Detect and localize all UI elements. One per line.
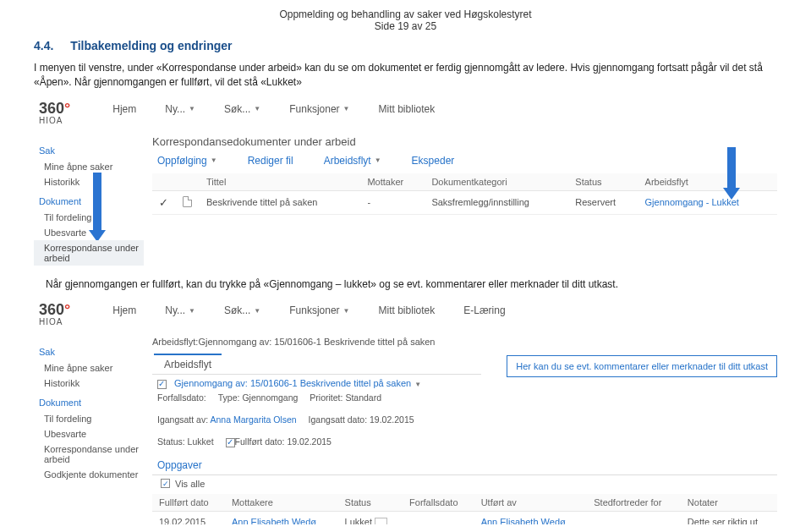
toolbar-rediger[interactable]: Rediger fil (248, 155, 293, 167)
sidebar-head-sak-2: Sak (39, 347, 144, 357)
chevron-down-icon: ▼ (375, 156, 381, 164)
col-status: Status (568, 173, 638, 191)
menu-funksjoner-2[interactable]: Funksjoner▼ (289, 304, 349, 316)
table-header-row: Fullført dato Mottakere Status Forfallsd… (152, 494, 777, 512)
menu-bibliotek-2[interactable]: Mitt bibliotek (379, 304, 436, 316)
cell-notat: Dette ser riktig ut (681, 511, 777, 524)
sidebar-item-ubesvarte[interactable]: Ubesvarte (34, 225, 144, 240)
sidebar-item-historikk[interactable]: Historikk (34, 174, 144, 189)
sidebar-item-ubesvarte-2[interactable]: Ubesvarte (34, 426, 144, 442)
checkbox-icon (226, 438, 235, 447)
toolbar-oppfolging[interactable]: Oppfølging▼ (157, 155, 217, 167)
menu-hjem-2[interactable]: Hjem (112, 304, 136, 316)
col-status-2: Status (338, 494, 403, 512)
sidebar-item-historikk-2[interactable]: Historikk (34, 376, 144, 391)
section-title: Tilbakemelding og endringer (70, 39, 232, 52)
documents-table: Tittel Mottaker Dokumentkategori Status … (152, 173, 777, 215)
cell-mottaker-2: Ann Elisabeth Wedø (225, 511, 338, 524)
cell-forfall (403, 511, 474, 524)
annotation-arrow-right (727, 147, 736, 189)
logo-brand: 360° (39, 100, 70, 118)
logo-dot-icon: ° (64, 100, 70, 117)
menu-sok-2[interactable]: Søk...▼ (224, 304, 260, 316)
menu-bibliotek[interactable]: Mitt bibliotek (379, 103, 436, 115)
cell-mottaker: - (360, 190, 425, 214)
col-kategori: Dokumentkategori (425, 173, 568, 191)
chevron-down-icon: ▼ (343, 307, 350, 315)
menu-sok[interactable]: Søk...▼ (224, 103, 260, 115)
cell-kategori: Saksfremlegg/innstilling (425, 190, 568, 214)
annotation-callout: Her kan du se evt. kommentarer eller mer… (507, 355, 777, 377)
chevron-down-icon: ▼ (254, 307, 260, 315)
col-mottakere: Mottakere (225, 494, 338, 512)
table-header-row: Tittel Mottaker Dokumentkategori Status … (152, 173, 777, 191)
sidebar-item-korrespondanse-2[interactable]: Korrespondanse under arbeid (34, 442, 144, 467)
check-icon: ✓ (159, 196, 168, 209)
logo-brand-2: 360° (39, 301, 70, 319)
menu-ny[interactable]: Ny...▼ (165, 103, 195, 115)
sidebar-2: Sak Mine åpne saker Historikk Dokument T… (34, 340, 144, 482)
col-flyt: Arbeidsflyt (638, 173, 777, 191)
checkbox-icon[interactable] (157, 380, 167, 389)
sidebar: Sak Mine åpne saker Historikk Dokument T… (34, 139, 144, 266)
screenshot-1: 360° HIOA Hjem Ny...▼ Søk...▼ Funksjoner… (34, 96, 777, 266)
chevron-down-icon: ▼ (343, 105, 350, 112)
cell-status: Reservert (568, 190, 638, 214)
doc-title: Oppmelding og behandling av saker ved Hø… (34, 8, 777, 20)
toolbar: Oppfølging▼ Rediger fil Arbeidsflyt▼ Eks… (157, 155, 777, 167)
section-heading: 4.4. Tilbakemelding og endringer (34, 39, 777, 52)
chevron-down-icon: ▼ (189, 307, 195, 315)
cell-sted (587, 511, 681, 524)
cell-dato: 19.02.2015 (152, 511, 225, 524)
oppgaver-heading: Oppgaver (157, 459, 777, 471)
breadcrumb: Korrespondansedokumenter under arbeid (152, 135, 777, 148)
sidebar-head-dokument: Dokument (39, 196, 144, 206)
section-number: 4.4. (34, 39, 53, 52)
menu-funksjoner[interactable]: Funksjoner▼ (289, 103, 349, 115)
document-icon (183, 196, 192, 207)
cell-tittel: Beskrivende tittel på saken (200, 190, 360, 214)
breadcrumb-2: Arbeidsflyt:Gjennomgang av: 15/01606-1 B… (152, 337, 777, 347)
checkbox-icon: ✓ (161, 479, 170, 488)
table-row[interactable]: ✓ Beskrivende tittel på saken - Saksfrem… (152, 190, 777, 214)
doc-page-line: Side 19 av 25 (34, 20, 777, 32)
vis-alle-checkbox[interactable]: ✓ Vis alle (161, 479, 777, 489)
menu-elaering[interactable]: E-Læring (463, 304, 505, 316)
chevron-down-icon: ▼ (254, 105, 260, 112)
sidebar-item-godkjente[interactable]: Godkjente dokumenter (34, 467, 144, 482)
cell-status-2: Lukket … (338, 511, 403, 524)
sidebar-item-korrespondanse[interactable]: Korrespondanse under arbeid (34, 240, 144, 266)
sidebar-item-mine-saker-2[interactable]: Mine åpne saker (34, 360, 144, 376)
col-notater: Notater (681, 494, 777, 512)
sidebar-item-mine-saker[interactable]: Mine åpne saker (34, 159, 144, 174)
col-mottaker: Mottaker (360, 173, 425, 191)
workflow-meta: Forfallsdato: Type: Gjennomgang Priorite… (157, 392, 481, 447)
cell-utfort: Ann Elisabeth Wedø (474, 511, 588, 524)
app-bar: 360° HIOA Hjem Ny...▼ Søk...▼ Funksjoner… (34, 96, 777, 130)
screenshot-2: 360° HIOA Hjem Ny...▼ Søk...▼ Funksjoner… (34, 298, 777, 484)
menu-hjem[interactable]: Hjem (112, 103, 136, 115)
sidebar-item-fordeling[interactable]: Til fordeling (34, 210, 144, 225)
content-area: Oppfølging▼ Rediger fil Arbeidsflyt▼ Eks… (152, 155, 777, 215)
app-main-menu-2: Hjem Ny...▼ Søk...▼ Funksjoner▼ Mitt bib… (112, 304, 505, 316)
chevron-down-icon: ▼ (211, 156, 217, 164)
col-tittel: Tittel (200, 173, 360, 191)
ellipsis-icon[interactable]: … (375, 518, 387, 525)
toolbar-arbeidsflyt[interactable]: Arbeidsflyt▼ (324, 155, 381, 167)
tab-arbeidsflyt[interactable]: Arbeidsflyt (154, 354, 222, 374)
table-row[interactable]: 19.02.2015 Ann Elisabeth Wedø Lukket … A… (152, 511, 777, 524)
toolbar-ekspeder[interactable]: Ekspeder (412, 155, 455, 167)
logo-dot-icon: ° (64, 301, 70, 318)
paragraph-1: I menyen til venstre, under «Korresponda… (34, 61, 777, 90)
col-forfall: Forfallsdato (403, 494, 474, 512)
workflow-link[interactable]: Gjennomgang av: 15/01606-1 Beskrivende t… (174, 378, 411, 388)
paragraph-2: Når gjennomgangen er fullført, kan du tr… (46, 277, 777, 292)
app-logo: 360° HIOA (39, 100, 70, 125)
menu-ny-2[interactable]: Ny...▼ (165, 304, 195, 316)
app-bar-2: 360° HIOA Hjem Ny...▼ Søk...▼ Funksjoner… (34, 298, 777, 332)
tasks-table: Fullført dato Mottakere Status Forfallsd… (152, 494, 777, 525)
cell-flyt[interactable]: Gjennomgang - Lukket (638, 190, 777, 214)
app-logo-2: 360° HIOA (39, 301, 70, 326)
app-main-menu: Hjem Ny...▼ Søk...▼ Funksjoner▼ Mitt bib… (112, 103, 435, 115)
sidebar-item-fordeling-2[interactable]: Til fordeling (34, 411, 144, 426)
